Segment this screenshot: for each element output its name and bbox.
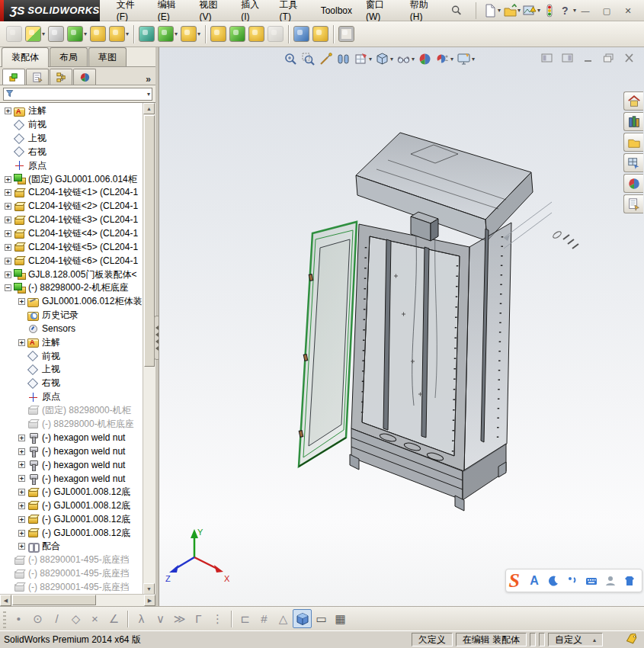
model-canvas[interactable]: [159, 47, 644, 606]
tree-expand-plus[interactable]: +: [18, 516, 25, 523]
dropdown-arrow-icon[interactable]: ▾: [573, 7, 576, 14]
tree-expand-plus[interactable]: +: [5, 107, 11, 114]
custom-properties-icon[interactable]: [623, 194, 643, 213]
coincident-relation-icon[interactable]: ∨: [151, 609, 170, 628]
tree-item[interactable]: +(-) GJL0001.008.12底: [0, 512, 143, 526]
options-traffic-light-icon[interactable]: [542, 2, 557, 19]
smart-dimension-icon[interactable]: ⊏: [235, 609, 255, 628]
tree-item[interactable]: 上视: [0, 132, 143, 146]
tree-expand-plus[interactable]: +: [18, 339, 25, 346]
file-explorer-icon[interactable]: [623, 133, 643, 152]
tree-item[interactable]: 上视: [0, 363, 143, 377]
scroll-down-button[interactable]: ▼: [143, 583, 155, 595]
edit-appearance-icon[interactable]: [417, 51, 433, 67]
show-hidden-components-icon[interactable]: [137, 24, 156, 45]
tree-item[interactable]: +CL204-1铰链<3> (CL204-1: [0, 213, 143, 227]
view-orientation-icon[interactable]: ▾: [353, 51, 373, 67]
filter-dropdown-icon[interactable]: ▾: [147, 91, 150, 98]
horizontal-scroll-thumb[interactable]: [12, 595, 96, 605]
tree-item[interactable]: 右视: [0, 377, 143, 390]
simulation-advisor-icon[interactable]: [311, 24, 330, 45]
graphics-viewport[interactable]: ▾▾▾▾▾ Y X Z S A: [159, 47, 644, 606]
tree-item[interactable]: +(-) GJL0001.008.12底: [0, 499, 143, 512]
dropdown-arrow-icon[interactable]: ▾: [412, 56, 415, 63]
view-settings-icon[interactable]: ▾: [456, 51, 476, 67]
tree-item[interactable]: (固定) 88298000-机柜: [0, 404, 143, 418]
ime-night-mode-icon[interactable]: [547, 574, 559, 588]
tree-item[interactable]: +(-) hexagon weld nut: [0, 444, 143, 458]
exploded-view-icon[interactable]: [228, 24, 247, 45]
tree-item[interactable]: 前视: [0, 118, 143, 132]
tree-item[interactable]: 原点: [0, 390, 143, 404]
tree-item[interactable]: +CL204-1铰链<2> (CL204-1: [0, 200, 143, 213]
toolbar-grip[interactable]: [3, 610, 6, 628]
doc-pane-left-button[interactable]: [540, 52, 554, 63]
fm-tab-propertymanager[interactable]: [26, 69, 49, 85]
tree-expand-plus[interactable]: +: [18, 448, 25, 455]
dropdown-arrow-icon[interactable]: ▾: [498, 7, 501, 14]
dropdown-arrow-icon[interactable]: ▾: [390, 56, 393, 63]
tangent-relation-icon[interactable]: λ: [132, 609, 151, 628]
scroll-left-button[interactable]: ◀: [0, 595, 11, 606]
scroll-up-button[interactable]: ▲: [143, 103, 155, 114]
new-document-icon[interactable]: ▾: [482, 2, 501, 19]
tree-item[interactable]: +GJL0001.006.012柜体装: [0, 295, 143, 309]
sogou-logo[interactable]: S: [509, 571, 520, 591]
tree-item[interactable]: (-) 88298000-机柜底座: [0, 417, 143, 431]
dropdown-arrow-icon[interactable]: ▾: [175, 30, 178, 37]
tree-expand-plus[interactable]: +: [5, 230, 11, 237]
tree-expand-minus[interactable]: −: [5, 284, 11, 291]
instant-3d-icon[interactable]: [247, 24, 266, 45]
tree-expand-plus[interactable]: +: [18, 530, 25, 537]
tree-item[interactable]: (-) 88290001-495-底座挡: [0, 581, 143, 595]
assembly-features-icon[interactable]: ▾: [156, 24, 179, 45]
dropdown-arrow-icon[interactable]: ▾: [517, 7, 521, 14]
tree-expand-plus[interactable]: +: [5, 271, 11, 278]
tree-item[interactable]: 右视: [0, 146, 143, 159]
dropdown-arrow-icon[interactable]: ▾: [369, 56, 372, 63]
scroll-right-button[interactable]: ▶: [144, 595, 155, 606]
zoom-to-fit-icon[interactable]: [283, 51, 299, 67]
dropdown-arrow-icon[interactable]: ▾: [537, 7, 540, 14]
tree-expand-plus[interactable]: +: [18, 475, 25, 482]
tree-item[interactable]: +(-) hexagon weld nut: [0, 431, 143, 444]
ime-keyboard-icon[interactable]: [585, 574, 598, 588]
ime-account-icon[interactable]: [604, 574, 617, 588]
hide-show-items-icon[interactable]: ▾: [396, 51, 415, 67]
tree-expand-plus[interactable]: +: [5, 189, 11, 196]
close-button[interactable]: ✕: [620, 4, 636, 17]
open-document-icon[interactable]: ▾: [502, 2, 521, 19]
trim-entities-icon[interactable]: ×: [85, 609, 104, 628]
measure-icon[interactable]: [292, 24, 311, 45]
fm-tab-featuremanager-tree[interactable]: [2, 69, 25, 85]
tree-item[interactable]: (-) 88290001-495-底座挡: [0, 553, 143, 567]
tree-item[interactable]: +(固定) GJL0001.006.014柜: [0, 172, 143, 186]
mate-icon[interactable]: ▾: [66, 24, 88, 45]
tree-item[interactable]: 原点: [0, 159, 143, 172]
tree-expand-plus[interactable]: +: [5, 176, 11, 183]
tree-filter-box[interactable]: ▾: [3, 88, 152, 101]
doc-pane-right-button[interactable]: [560, 52, 575, 63]
tree-item[interactable]: +CL204-1铰链<1> (CL204-1: [0, 186, 143, 200]
tree-expand-plus[interactable]: +: [5, 203, 11, 210]
doc-minimize-button[interactable]: [581, 52, 595, 63]
tree-item[interactable]: +CL204-1铰链<6> (CL204-1: [0, 254, 143, 268]
smart-fasteners-icon[interactable]: [88, 24, 107, 45]
dropdown-arrow-icon[interactable]: ▾: [42, 30, 45, 37]
tree-item[interactable]: +(-) hexagon weld nut: [0, 472, 143, 486]
tree-horizontal-scrollbar[interactable]: ◀ ▶: [0, 594, 155, 606]
rotate-component-icon[interactable]: ▾: [107, 24, 130, 45]
preview-window-icon[interactable]: [337, 24, 356, 45]
zoom-to-area-icon[interactable]: [300, 51, 316, 67]
tree-expand-plus[interactable]: +: [18, 543, 25, 550]
tree-item[interactable]: +(-) hexagon weld nut: [0, 458, 143, 472]
vertical-scroll-thumb[interactable]: [144, 115, 155, 367]
sketch-circle-icon[interactable]: ⊙: [28, 609, 47, 628]
solidworks-resources-icon[interactable]: [623, 91, 643, 111]
ime-punctuation-icon[interactable]: [566, 574, 578, 588]
display-style-icon[interactable]: ▾: [374, 51, 394, 67]
sketch-point-icon[interactable]: •: [9, 609, 28, 628]
parallel-relation-icon[interactable]: ≫: [170, 609, 189, 628]
sketch-line-icon[interactable]: /: [47, 609, 66, 628]
angle-snap-icon[interactable]: △: [274, 609, 293, 628]
